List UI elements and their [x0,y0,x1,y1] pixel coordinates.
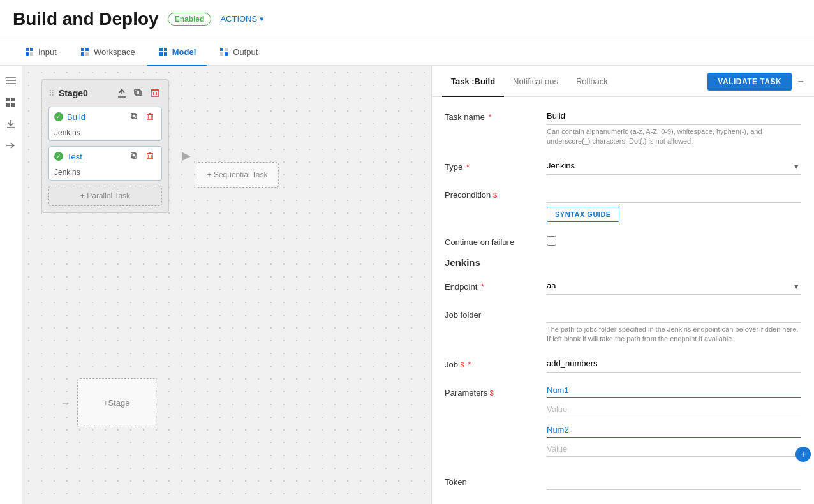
param-val-1[interactable] [547,402,801,417]
endpoint-select[interactable]: aa bb [547,277,801,295]
sidebar-collapse-btn[interactable] [2,71,20,89]
add-param-button[interactable]: + [796,447,811,462]
stage-delete-btn[interactable] [148,86,162,100]
type-input-wrap: Jenkins Bamboo TeamCity Script ▾ [547,157,801,175]
svg-rect-25 [136,91,141,96]
add-stage-btn[interactable]: +Stage [77,378,156,427]
svg-rect-1 [30,48,33,51]
sequential-task-label: + Sequential Task [207,170,268,179]
tab-model[interactable]: Model [147,38,208,66]
svg-rect-32 [132,114,137,119]
build-task-sub: Jenkins [49,126,161,140]
test-delete-btn[interactable] [144,150,156,163]
panel-tab-notifications[interactable]: Notifications [504,66,567,97]
job-folder-row: Job folder The path to jobs folder speci… [445,305,801,345]
type-select-wrap: Jenkins Bamboo TeamCity Script ▾ [547,157,801,175]
canvas-area: ⠿ Stage0 [22,66,431,504]
job-folder-label: Job folder [445,305,547,320]
test-status-icon [54,152,63,161]
params-dollar: $ [490,389,494,397]
precondition-dollar: $ [493,191,497,199]
svg-rect-34 [147,114,153,119]
add-parallel-task-btn[interactable]: + Parallel Task [48,186,162,206]
test-copy-btn[interactable] [128,150,141,163]
sidebar-download-btn[interactable] [2,115,20,133]
stage-actions [115,86,162,100]
precondition-input[interactable] [547,185,801,203]
test-task-name[interactable]: Test [67,152,82,161]
token-input[interactable] [547,472,801,490]
workspace-tab-icon [80,47,90,57]
connector-arrow-icon: ▶ [182,149,191,163]
task-item-build: Build Jenkins [48,107,162,141]
svg-rect-33 [131,113,135,117]
svg-rect-8 [159,48,163,51]
token-row: Token [445,472,801,490]
param-key-1[interactable] [547,383,801,398]
syntax-guide-button[interactable]: SYNTAX GUIDE [547,207,619,222]
page-title: Build and Deploy [13,9,159,29]
svg-rect-5 [85,48,89,51]
task-name-input[interactable] [547,107,801,125]
add-sequential-task-btn[interactable]: + Sequential Task [196,162,279,188]
job-folder-input[interactable] [547,305,801,323]
continue-failure-checkbox[interactable] [547,236,556,246]
svg-rect-19 [6,98,10,101]
endpoint-row: Endpoint * aa bb ▾ [445,277,801,295]
task-name-row: Task name * Can contain alphanumeric (a-… [445,107,801,147]
tab-input[interactable]: Input [13,38,68,66]
test-subtask-label: Jenkins [54,168,80,177]
validate-task-button[interactable]: VALIDATE TASK [707,73,792,91]
nav-tabs: Input Workspace Model Output [0,38,814,66]
main-layout: ⠿ Stage0 [0,66,814,504]
sidebar-grid-btn[interactable] [2,93,20,111]
endpoint-label: Endpoint * [445,277,547,292]
task-build-header: Build [49,107,161,126]
build-copy-btn[interactable] [128,110,141,123]
precondition-label: Precondition $ [445,185,547,200]
svg-rect-39 [132,154,137,158]
tab-workspace[interactable]: Workspace [68,38,147,66]
job-input[interactable] [547,355,801,373]
type-select[interactable]: Jenkins Bamboo TeamCity Script [547,157,801,175]
build-delete-btn[interactable] [144,110,156,123]
continue-failure-input-wrap [547,232,801,246]
svg-rect-3 [30,52,33,56]
token-input-wrap [547,472,801,490]
stage-copy-btn[interactable] [131,86,145,100]
stage-import-btn[interactable] [115,86,129,100]
tab-output[interactable]: Output [207,38,269,66]
minimize-panel-button[interactable]: – [798,77,804,87]
add-stage-arrow-icon: → [61,397,71,409]
task-item-test: Test Jenkins [48,146,162,181]
panel-tab-task-build[interactable]: Task :Build [442,66,504,97]
job-input-wrap [547,355,801,373]
job-label: Job $ * [445,355,547,369]
right-panel: Task :Build Notifications Rollback VALID… [431,66,814,504]
task-name-required: * [489,112,492,122]
model-tab-icon [158,47,168,57]
svg-rect-7 [85,52,89,56]
svg-rect-4 [81,48,84,51]
task-name-hint: Can contain alphanumeric (a-z, A-Z, 0-9)… [547,127,801,147]
panel-tab-rollback[interactable]: Rollback [567,66,617,97]
svg-rect-14 [220,52,223,56]
sidebar-arrow-btn[interactable] [2,137,20,154]
enabled-badge: Enabled [168,13,212,26]
param-key-2[interactable] [547,422,801,438]
svg-rect-9 [164,48,167,51]
endpoint-required: * [481,282,484,292]
build-task-name[interactable]: Build [67,112,85,122]
task-name-input-wrap: Can contain alphanumeric (a-z, A-Z, 0-9)… [547,107,801,147]
stage-header: ⠿ Stage0 [48,86,162,100]
param-val-2[interactable] [547,441,801,457]
panel-tab-rollback-label: Rollback [576,77,608,86]
stage-drag-handle[interactable]: ⠿ [48,89,55,98]
actions-button[interactable]: ACTIONS ▾ [220,14,264,24]
input-tab-icon [24,47,34,57]
stage-title: Stage0 [59,88,88,98]
precondition-row: Precondition $ SYNTAX GUIDE [445,185,801,222]
svg-rect-6 [81,52,84,56]
panel-tab-task-build-label: Task :Build [451,77,495,86]
output-tab-icon [219,47,229,57]
